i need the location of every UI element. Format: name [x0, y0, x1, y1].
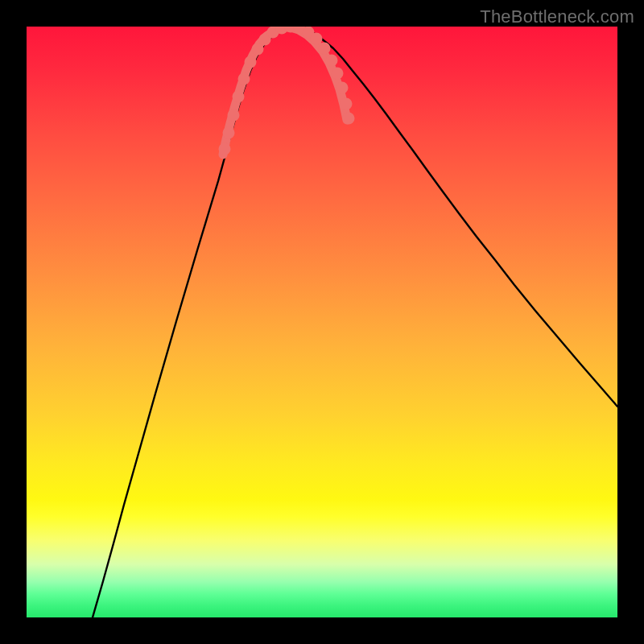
threshold-dot [252, 43, 264, 56]
threshold-dot [311, 33, 323, 45]
threshold-dot [319, 43, 331, 55]
threshold-dot [343, 113, 355, 125]
threshold-dot [326, 55, 338, 67]
threshold-dot [219, 143, 231, 155]
chart-svg [27, 27, 617, 617]
threshold-dot [233, 91, 245, 103]
threshold-dot [245, 56, 257, 68]
threshold-dot [223, 127, 235, 139]
threshold-dot [228, 109, 240, 122]
chart-frame: TheBottleneck.com [0, 0, 644, 644]
plot-area [27, 27, 617, 617]
threshold-dot [238, 73, 250, 85]
threshold-dot [341, 98, 353, 110]
threshold-dot [336, 82, 349, 94]
threshold-dot [332, 68, 344, 80]
main-curve [93, 27, 617, 617]
watermark-text: TheBottleneck.com [480, 6, 634, 27]
